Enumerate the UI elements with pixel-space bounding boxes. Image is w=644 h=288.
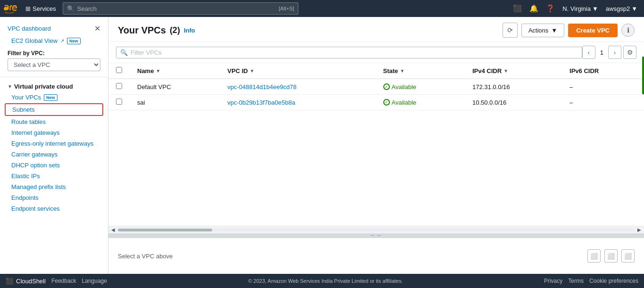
sidebar-item-ec2-global[interactable]: EC2 Global View ↗ New bbox=[0, 35, 108, 46]
sidebar-item-elastic-ips[interactable]: Elastic IPs bbox=[0, 171, 108, 181]
state-label-1: Available bbox=[392, 99, 417, 106]
services-button[interactable]: ⊞ Services bbox=[23, 3, 59, 14]
ipv6-col-label: IPv6 CIDR bbox=[570, 67, 599, 74]
vpc-id-link-1[interactable]: vpc-0b29b13f7ba0e5b8a bbox=[227, 99, 295, 106]
filter-vpc-label: Filter by VPC: bbox=[0, 46, 108, 58]
actions-button[interactable]: Actions ▼ bbox=[521, 24, 565, 37]
name-sort-icon[interactable]: ▼ bbox=[156, 68, 160, 74]
sidebar-item-route-tables[interactable]: Route tables bbox=[0, 116, 108, 127]
h-scroll-left-arrow[interactable]: ◀ bbox=[110, 226, 116, 233]
state-sort-icon[interactable]: ▼ bbox=[400, 68, 405, 74]
terms-link[interactable]: Terms bbox=[568, 278, 584, 284]
vpc-count: (2) bbox=[170, 25, 180, 35]
sidebar-item-dhcp[interactable]: DHCP option sets bbox=[0, 160, 108, 171]
sidebar-item-managed-prefix[interactable]: Managed prefix lists bbox=[0, 181, 108, 192]
actions-label: Actions bbox=[528, 27, 549, 34]
account-label: awsgsp2 bbox=[606, 5, 630, 12]
vpc-header: Your VPCs (2) Info ⟳ Actions ▼ Create VP… bbox=[108, 17, 644, 42]
help-icon-btn[interactable]: ❓ bbox=[543, 2, 558, 15]
vpc-dashboard-label[interactable]: VPC dashboard bbox=[8, 25, 51, 32]
route-tables-label: Route tables bbox=[11, 118, 46, 125]
vpc-id-col-label: VPC ID bbox=[227, 67, 248, 74]
vpc-table: Name ▼ VPC ID ▼ bbox=[108, 63, 644, 110]
vpc-id-link-0[interactable]: vpc-048814d1b4ee9cd78 bbox=[227, 83, 297, 91]
table-row: sai vpc-0b29b13f7ba0e5b8a ✓ Available 10… bbox=[108, 95, 644, 110]
filter-input[interactable] bbox=[131, 49, 578, 56]
table-header-row: Name ▼ VPC ID ▼ bbox=[108, 63, 644, 79]
select-all-checkbox[interactable] bbox=[116, 67, 122, 73]
filter-input-wrap: 🔍 bbox=[116, 47, 582, 58]
h-scroll-right-arrow[interactable]: ▶ bbox=[636, 226, 642, 233]
sidebar-divider bbox=[0, 77, 108, 77]
ec2-new-badge: New bbox=[67, 38, 81, 44]
row-checkbox-1[interactable] bbox=[116, 99, 122, 105]
sidebar-item-endpoint-services[interactable]: Endpoint services bbox=[0, 203, 108, 214]
row-vpc-id-0: vpc-048814d1b4ee9cd78 bbox=[220, 79, 375, 95]
footer: ⬛ CloudShell Feedback Language © 2023, A… bbox=[0, 274, 644, 288]
vpc-id-sort-icon[interactable]: ▼ bbox=[250, 68, 255, 74]
cloudshell-button[interactable]: ⬛ CloudShell bbox=[6, 278, 46, 285]
row-checkbox-cell bbox=[108, 95, 130, 110]
endpoint-services-label: Endpoint services bbox=[11, 205, 60, 212]
privacy-link[interactable]: Privacy bbox=[544, 278, 562, 284]
info-circle-button[interactable]: ℹ bbox=[621, 24, 635, 37]
create-vpc-label: Create VPC bbox=[576, 27, 610, 34]
cloudshell-label: CloudShell bbox=[16, 278, 46, 285]
region-button[interactable]: N. Virginia ▼ bbox=[560, 3, 601, 14]
select-prompt: Select a VPC above bbox=[118, 253, 173, 260]
sidebar-item-carrier[interactable]: Carrier gateways bbox=[0, 149, 108, 160]
top-nav: ⊞ Services 🔍 [Alt+S] ⬛ 🔔 ❓ N. Virginia ▼… bbox=[0, 0, 644, 17]
row-name-1: sai bbox=[130, 95, 220, 110]
row-ipv6-1: – bbox=[562, 95, 644, 110]
section-arrow-icon: ▼ bbox=[8, 84, 12, 89]
content-area: Your VPCs (2) Info ⟳ Actions ▼ Create VP… bbox=[108, 17, 644, 274]
sidebar: VPC dashboard ✕ EC2 Global View ↗ New Fi… bbox=[0, 17, 108, 274]
subnets-label: Subnets bbox=[12, 106, 35, 113]
search-input[interactable] bbox=[77, 5, 276, 12]
th-ipv4-cidr: IPv4 CIDR ▼ bbox=[465, 63, 562, 79]
search-bar[interactable]: 🔍 [Alt+S] bbox=[63, 2, 298, 15]
detail-expand-btn-1[interactable]: ⬜ bbox=[587, 249, 601, 263]
detail-expand-btn-2[interactable]: ⬜ bbox=[604, 249, 618, 263]
virtual-private-cloud-section[interactable]: ▼ Virtual private cloud bbox=[0, 79, 108, 92]
sidebar-item-subnets[interactable]: Subnets bbox=[5, 103, 103, 116]
state-dot-0: ✓ bbox=[383, 83, 390, 90]
th-ipv6-cidr: IPv6 CIDR bbox=[562, 63, 644, 79]
copyright-text: © 2023, Amazon Web Services India Privat… bbox=[113, 278, 538, 284]
info-link[interactable]: Info bbox=[184, 27, 195, 34]
detail-expand-btn-3[interactable]: ⬜ bbox=[621, 249, 635, 263]
elastic-label: Elastic IPs bbox=[11, 173, 40, 180]
ipv4-sort-icon[interactable]: ▼ bbox=[504, 68, 508, 74]
cookie-link[interactable]: Cookie preferences bbox=[589, 278, 638, 284]
language-link[interactable]: Language bbox=[82, 278, 107, 284]
th-vpc-id: VPC ID ▼ bbox=[220, 63, 375, 79]
row-vpc-id-1: vpc-0b29b13f7ba0e5b8a bbox=[220, 95, 375, 110]
table-scroll: Name ▼ VPC ID ▼ bbox=[108, 63, 644, 226]
settings-button[interactable]: ⚙ bbox=[623, 46, 636, 59]
main-layout: VPC dashboard ✕ EC2 Global View ↗ New Fi… bbox=[0, 17, 644, 274]
bell-icon-btn[interactable]: 🔔 bbox=[527, 2, 541, 15]
sidebar-item-your-vpcs[interactable]: Your VPCs New bbox=[0, 92, 108, 103]
page-prev-button[interactable]: ‹ bbox=[582, 46, 595, 59]
row-checkbox-cell bbox=[108, 79, 130, 95]
refresh-button[interactable]: ⟳ bbox=[503, 23, 518, 38]
feedback-link[interactable]: Feedback bbox=[51, 278, 76, 284]
page-next-button[interactable]: › bbox=[608, 46, 621, 59]
row-checkbox-0[interactable] bbox=[116, 83, 122, 89]
filter-vpc-select[interactable]: Select a VPC bbox=[8, 58, 100, 71]
sidebar-item-egress[interactable]: Egress-only internet gateways bbox=[0, 138, 108, 149]
services-label: Services bbox=[33, 5, 56, 12]
sidebar-item-internet-gateways[interactable]: Internet gateways bbox=[0, 127, 108, 138]
sidebar-close-button[interactable]: ✕ bbox=[94, 24, 100, 33]
create-vpc-button[interactable]: Create VPC bbox=[568, 24, 618, 37]
th-checkbox bbox=[108, 63, 130, 79]
actions-chevron-icon: ▼ bbox=[551, 27, 557, 34]
terminal-icon-btn[interactable]: ⬛ bbox=[510, 2, 525, 15]
detail-panel-actions: ⬜ ⬜ ⬜ bbox=[587, 249, 635, 263]
h-scroll-track[interactable] bbox=[118, 229, 635, 231]
account-button[interactable]: awsgsp2 ▼ bbox=[603, 3, 640, 14]
detail-panel: Select a VPC above ⬜ ⬜ ⬜ bbox=[108, 236, 644, 274]
sidebar-item-endpoints[interactable]: Endpoints bbox=[0, 192, 108, 203]
state-dot-1: ✓ bbox=[383, 99, 390, 106]
filter-bar: 🔍 ‹ 1 › ⚙ bbox=[108, 42, 644, 63]
